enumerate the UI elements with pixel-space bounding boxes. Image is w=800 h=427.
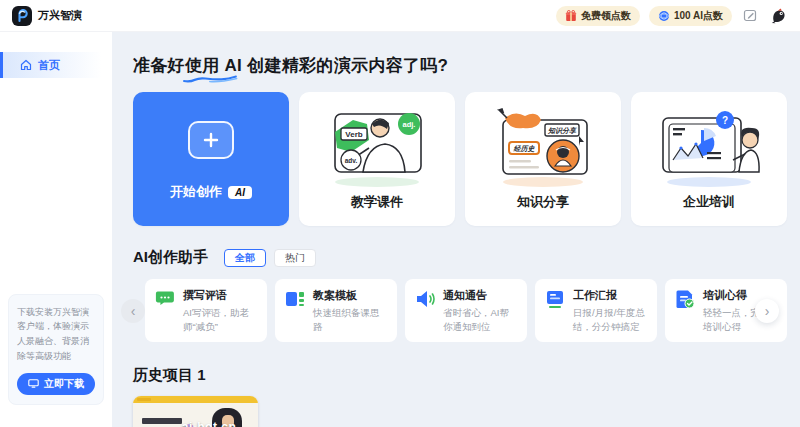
main-content: 准备好使用 AI 创建精彩的演示内容了吗? 开始创作 AI (112, 32, 800, 427)
assistant-card-comments[interactable]: 撰写评语 AI写评语，助老师“减负” (145, 279, 267, 342)
assistant-carousel: 撰写评语 AI写评语，助老师“减负” 教案模板 快速组织备课思路 (133, 279, 787, 342)
knowledge-illustration: 知识分享 经历史 (483, 102, 603, 190)
knowledge-share-label: 知识分享 (517, 193, 569, 211)
assistant-section-header: AI创作助手 全部 热门 (133, 248, 787, 267)
svg-text:经历史: 经历史 (513, 145, 536, 153)
assistant-card-title: 工作汇报 (573, 288, 648, 303)
avatar-bird-icon (769, 6, 788, 25)
download-button-label: 立即下载 (44, 377, 84, 391)
tab-all-label: 全部 (235, 251, 255, 265)
brand-name: 万兴智演 (38, 8, 82, 23)
free-points-button[interactable]: 免费领点数 (556, 6, 640, 26)
teaching-courseware-card[interactable]: Verb adj. adv. 教学课件 (299, 92, 455, 226)
page-title-pre: 准备好 (133, 56, 185, 75)
sidebar-item-home[interactable]: 首页 (0, 52, 112, 78)
tab-all[interactable]: 全部 (224, 249, 266, 267)
start-create-card[interactable]: 开始创作 AI (133, 92, 289, 226)
app-logo-icon (12, 6, 32, 26)
chevron-right-icon: › (765, 303, 770, 319)
download-promo-card: 下载安装万兴智演客户端，体验演示人景融合、背景消除等高级功能 立即下载 (8, 294, 104, 405)
assistant-card-work-report[interactable]: 工作汇报 日报/月报/年度总结，分分钟搞定 (535, 279, 657, 342)
free-points-label: 免费领点数 (581, 9, 631, 23)
page-title-em-text: 使用 AI (185, 56, 242, 75)
assistant-card-title: 撰写评语 (183, 288, 258, 303)
plus-icon (188, 121, 234, 159)
history-section-title: 历史项目 1 (133, 366, 787, 385)
page-title-em: 使用 AI (185, 54, 242, 77)
feedback-icon (743, 8, 758, 23)
ai-points-counter[interactable]: 100 AI点数 (649, 6, 732, 26)
create-card-grid: 开始创作 AI Verb adj. (133, 92, 787, 226)
teaching-courseware-label: 教学课件 (351, 193, 403, 211)
assistant-section-title: AI创作助手 (133, 248, 208, 267)
gift-icon (565, 10, 577, 22)
assistant-card-lesson-template[interactable]: 教案模板 快速组织备课思路 (275, 279, 397, 342)
doc-check-icon (674, 288, 696, 310)
assistant-card-desc: AI写评语，助老师“减负” (183, 306, 258, 335)
tab-hot-label: 热门 (285, 251, 305, 265)
template-grid-icon (284, 288, 306, 310)
home-icon (20, 59, 32, 71)
assistant-tabs: 全部 热门 (224, 249, 316, 267)
feedback-button[interactable] (741, 7, 759, 25)
download-button[interactable]: 立即下载 (17, 373, 95, 395)
report-doc-icon (544, 288, 566, 310)
assistant-card-title: 教案模板 (313, 288, 388, 303)
corporate-training-label: 企业培训 (683, 193, 735, 211)
knowledge-share-card[interactable]: 知识分享 经历史 知识分享 (465, 92, 621, 226)
training-illustration: ? (649, 102, 769, 190)
monitor-icon (28, 379, 39, 389)
svg-text:Verb: Verb (345, 130, 362, 139)
sidebar-item-home-label: 首页 (38, 58, 60, 73)
watermark-line1: ai-bot.cn (178, 420, 240, 427)
svg-text:?: ? (722, 115, 728, 126)
history-project-thumbnail[interactable]: ai-bot.cn AI工具集 (133, 396, 258, 427)
page-title: 准备好使用 AI 创建精彩的演示内容了吗? (133, 54, 787, 77)
ai-points-icon (658, 10, 670, 22)
ai-points-label: 100 AI点数 (674, 9, 723, 23)
assistant-card-desc: 快速组织备课思路 (313, 306, 388, 335)
watermark: ai-bot.cn AI工具集 (133, 396, 258, 427)
underline-swoosh-icon (181, 74, 238, 84)
page-title-post: 创建精彩的演示内容了吗? (242, 56, 448, 75)
user-avatar[interactable] (768, 6, 788, 26)
carousel-next-button[interactable]: › (755, 299, 779, 323)
assistant-card-title: 通知通告 (443, 288, 518, 303)
svg-text:adv.: adv. (345, 157, 358, 164)
ai-badge: AI (228, 186, 252, 199)
teaching-illustration: Verb adj. adv. (317, 102, 437, 190)
speaker-icon (414, 288, 436, 310)
svg-text:adj.: adj. (403, 120, 416, 129)
tab-hot[interactable]: 热门 (274, 249, 316, 267)
start-create-label: 开始创作 (170, 183, 222, 201)
chat-bubble-icon (154, 288, 176, 310)
sidebar: 首页 下载安装万兴智演客户端，体验演示人景融合、背景消除等高级功能 立即下载 (0, 32, 112, 427)
download-promo-text: 下载安装万兴智演客户端，体验演示人景融合、背景消除等高级功能 (17, 305, 95, 364)
corporate-training-card[interactable]: ? 企业培训 (631, 92, 787, 226)
assistant-card-notice[interactable]: 通知通告 省时省心，AI帮你通知到位 (405, 279, 527, 342)
chevron-left-icon: ‹ (131, 303, 136, 319)
assistant-card-desc: 省时省心，AI帮你通知到位 (443, 306, 518, 335)
assistant-card-desc: 日报/月报/年度总结，分分钟搞定 (573, 306, 648, 335)
svg-text:知识分享: 知识分享 (547, 126, 578, 135)
topbar: 万兴智演 免费领点数 100 AI点数 (0, 0, 800, 32)
carousel-prev-button[interactable]: ‹ (121, 299, 145, 323)
